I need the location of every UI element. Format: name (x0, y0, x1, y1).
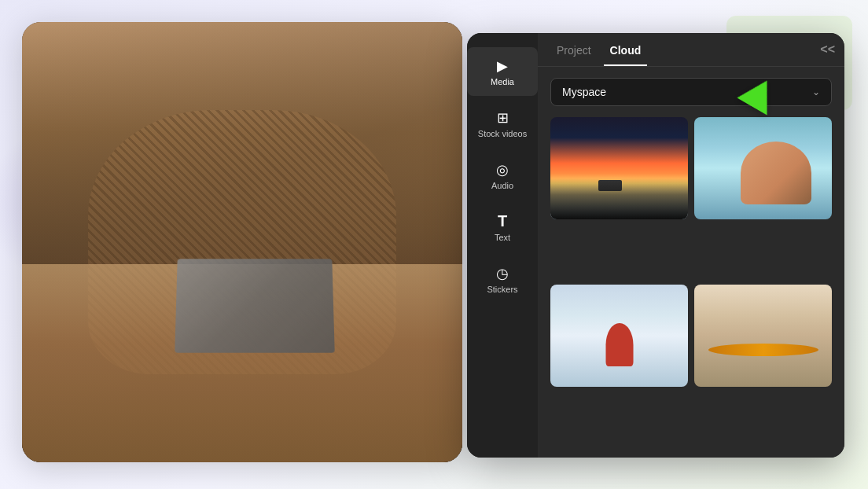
sidebar-item-text[interactable]: Text (467, 203, 538, 252)
audio-icon (496, 160, 509, 178)
sidebar-item-stock-videos[interactable]: Stock videos (467, 99, 538, 148)
photo-laptop (175, 259, 335, 353)
sidebar-label-audio: Audio (491, 181, 513, 190)
sidebar-label-stickers: Stickers (487, 285, 517, 294)
ui-panel: Media Stock videos Audio Text Stickers (467, 33, 844, 458)
dropdown-area: Myspace ⌄ (538, 67, 844, 114)
sidebar-label-media: Media (491, 77, 514, 86)
cloud-source-dropdown[interactable]: Myspace ⌄ (550, 78, 832, 106)
thumb-people (741, 142, 811, 204)
stock-videos-icon (497, 108, 509, 126)
sidebar-item-audio[interactable]: Audio (467, 151, 538, 200)
sidebar-label-text: Text (495, 233, 510, 242)
media-icon (497, 57, 508, 74)
sidebar-item-media[interactable]: Media (467, 47, 538, 96)
sidebar: Media Stock videos Audio Text Stickers (467, 33, 538, 458)
text-icon (498, 212, 507, 230)
tabs-bar: Project Cloud << (538, 33, 844, 67)
dropdown-value: Myspace (562, 86, 606, 98)
photo-background (22, 22, 462, 462)
thumb-snow-person (605, 323, 633, 366)
thumbnail-2[interactable] (694, 117, 832, 219)
image-grid (538, 114, 844, 458)
collapse-button[interactable]: << (820, 42, 835, 57)
background: Media Stock videos Audio Text Stickers (0, 0, 868, 489)
thumb-van (598, 180, 622, 191)
sidebar-label-stock: Stock videos (478, 129, 527, 138)
thumbnail-1[interactable] (550, 117, 688, 219)
thumb-kayak (708, 344, 818, 356)
photo-card (22, 22, 462, 462)
thumbnail-3[interactable] (550, 285, 688, 387)
main-content: Project Cloud << Myspace ⌄ (538, 33, 844, 458)
thumbnail-4[interactable] (694, 285, 832, 387)
sidebar-item-stickers[interactable]: Stickers (467, 255, 538, 303)
stickers-icon (496, 264, 509, 281)
tab-cloud[interactable]: Cloud (604, 44, 648, 66)
tab-project[interactable]: Project (550, 44, 598, 66)
dropdown-arrow-icon: ⌄ (812, 86, 820, 97)
